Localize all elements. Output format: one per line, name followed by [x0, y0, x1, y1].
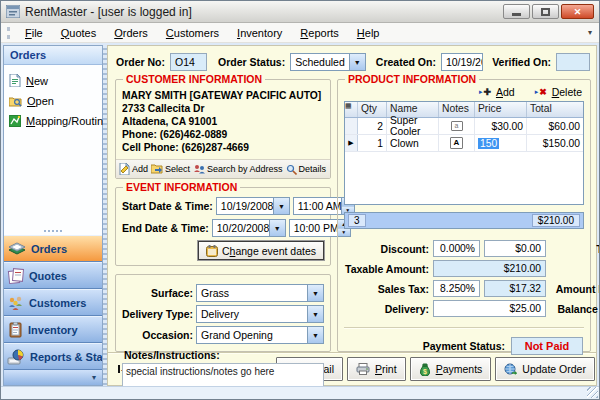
new-document-icon — [9, 74, 21, 87]
sales-tax-percent-field[interactable]: 8.250% — [433, 280, 480, 297]
payments-button[interactable]: $ Payments — [410, 357, 492, 381]
product-grid[interactable]: ▦ Qty Name Notes Price Total 2 Super Coo… — [344, 101, 584, 205]
delivery-type-select[interactable]: Delivery ▼ — [196, 305, 324, 323]
verified-on-label: Verified On: — [492, 56, 551, 68]
total-amount: $210.00 — [532, 214, 580, 227]
row-selector-header: ▦ — [345, 102, 358, 117]
product-add-button[interactable]: ▸✚ Add — [479, 86, 515, 98]
start-date-select[interactable]: 10/19/2008 ▼ — [216, 197, 290, 215]
add-plus-icon: ✚ — [483, 87, 491, 97]
product-delete-button[interactable]: ▸✖ Delete — [535, 86, 582, 98]
menu-reports[interactable]: Reports — [291, 25, 348, 41]
dropdown-arrow-icon[interactable]: ▼ — [273, 198, 289, 214]
customer-section-title: CUSTOMER INFORMATION — [123, 73, 265, 85]
verified-on-field[interactable] — [556, 53, 590, 71]
menu-customers[interactable]: Customers — [157, 25, 228, 41]
right-column: PRODUCT INFORMATION ▸✚ Add ▸✖ Delete — [337, 79, 591, 352]
notes-column-header[interactable]: Notes — [439, 102, 475, 117]
sidebar-item-mapping-routing[interactable]: Mapping/Routing — [9, 115, 97, 127]
minimize-button[interactable] — [503, 4, 530, 19]
menu-file[interactable]: File — [16, 25, 52, 41]
qty-column-header[interactable]: Qty — [358, 102, 387, 117]
customer-details-button[interactable]: Details — [286, 164, 327, 175]
total-column-header[interactable]: Total — [527, 102, 583, 117]
end-date-select[interactable]: 10/20/2008 ▼ — [212, 219, 286, 237]
product-information-section: PRODUCT INFORMATION ▸✚ Add ▸✖ Delete — [337, 79, 591, 352]
nav-button-inventory[interactable]: Inventory — [4, 316, 102, 343]
title-bar[interactable]: RentMaster - [user is logged in] ✕ — [1, 1, 599, 23]
delivery-field[interactable]: $25.00 — [433, 300, 546, 317]
customer-select-button[interactable]: Select — [151, 164, 190, 174]
total-label: Total: — [550, 243, 600, 255]
order-no-field[interactable]: O14 — [170, 53, 207, 71]
sidebar-nav-splitter[interactable] — [4, 227, 102, 235]
add-customer-icon — [119, 163, 130, 175]
occasion-select[interactable]: Grand Opening ▼ — [196, 326, 324, 344]
created-on-field[interactable]: 10/19/2008 — [441, 53, 483, 71]
update-order-button[interactable]: Update Order — [495, 357, 595, 381]
product-row[interactable]: 2 Super Cooler a $30.00 $60.00 — [345, 118, 583, 135]
sidebar-item-open[interactable]: Open — [9, 95, 97, 107]
update-globe-icon — [504, 363, 517, 376]
order-status-select[interactable]: Scheduled ▼ — [290, 53, 366, 71]
menu-quotes[interactable]: Quotes — [52, 25, 105, 41]
dropdown-arrow-icon[interactable]: ▼ — [349, 54, 365, 70]
reports-icon — [7, 349, 26, 365]
menu-bar: File Quotes Orders Customers Inventory R… — [1, 23, 599, 43]
delivery-label: Delivery: — [345, 303, 429, 315]
payment-status-label: Payment Status: — [423, 340, 505, 352]
dropdown-arrow-icon[interactable]: ▼ — [307, 306, 323, 322]
money-bag-icon: $ — [419, 363, 431, 376]
notes-button[interactable]: A — [450, 137, 463, 149]
left-column: CUSTOMER INFORMATION MARY SMITH [GATEWAY… — [115, 79, 331, 352]
print-button[interactable]: Print — [347, 357, 406, 381]
app-window: RentMaster - [user is logged in] ✕ File … — [0, 0, 600, 400]
customer-search-by-address-button[interactable]: Search by Address — [193, 164, 283, 175]
order-details-section: Surface: Grass ▼ Delivery Type: Delivery… — [115, 274, 331, 352]
sales-tax-amount-field: $17.32 — [484, 280, 546, 297]
taxable-amount-field: $210.00 — [433, 260, 546, 277]
nav-button-orders[interactable]: Orders — [4, 235, 102, 262]
resize-grip[interactable] — [587, 387, 598, 398]
nav-button-reports-statistics[interactable]: Reports & Stati... — [4, 343, 102, 370]
inventory-icon — [7, 322, 24, 338]
product-section-title: PRODUCT INFORMATION — [345, 73, 479, 85]
customer-address1: 2733 Callecita Dr — [122, 102, 324, 115]
maximize-button[interactable] — [532, 4, 559, 19]
discount-amount-field[interactable]: $0.00 — [484, 240, 546, 257]
dropdown-arrow-icon[interactable]: ▼ — [307, 285, 323, 301]
event-section-title: EVENT INFORMATION — [123, 181, 240, 193]
surface-select[interactable]: Grass ▼ — [196, 284, 324, 302]
close-button[interactable]: ✕ — [561, 4, 594, 19]
select-customer-icon — [151, 164, 163, 174]
discount-percent-field[interactable]: 0.000% — [433, 240, 480, 257]
search-by-address-icon — [193, 164, 205, 175]
menu-overflow-icon[interactable]: ▾ — [588, 28, 595, 37]
sidebar-item-new[interactable]: New — [9, 74, 97, 87]
delete-x-icon: ✖ — [539, 87, 547, 97]
nav-button-quotes[interactable]: Quotes — [4, 262, 102, 289]
amount-paid-label: Amount Paid: — [550, 283, 600, 295]
price-edit-cell[interactable]: 150 — [478, 138, 499, 149]
change-event-dates-button[interactable]: Change event dates — [198, 241, 324, 260]
dropdown-arrow-icon[interactable]: ▼ — [269, 220, 285, 236]
order-header-strip: Order No: O14 Order Status: Scheduled ▼ … — [108, 46, 596, 75]
menu-grip[interactable] — [7, 27, 10, 39]
totals-grid: Discount: 0.000% $0.00 Total: $252.32 Ta… — [344, 240, 584, 317]
menu-help[interactable]: Help — [348, 25, 389, 41]
menu-inventory[interactable]: Inventory — [228, 25, 291, 41]
menu-orders[interactable]: Orders — [105, 25, 157, 41]
price-column-header[interactable]: Price — [475, 102, 527, 117]
sidebar-actions: New Open Mapping/Routing — [4, 65, 102, 227]
nav-overflow-strip[interactable]: ▾ — [4, 370, 102, 385]
product-row-selected[interactable]: ▶ 1 Clown A 150 $150.00 — [345, 135, 583, 152]
taxable-amount-label: Taxable Amount: — [345, 263, 429, 275]
customer-add-button[interactable]: Add — [119, 163, 148, 175]
surface-label: Surface: — [122, 287, 193, 299]
delivery-type-label: Delivery Type: — [122, 308, 193, 320]
nav-button-customers[interactable]: Customers — [4, 289, 102, 316]
dropdown-arrow-icon[interactable]: ▼ — [307, 327, 323, 343]
sidebar-panel-title: Orders — [4, 46, 102, 65]
calendar-icon — [206, 245, 218, 257]
notes-button[interactable]: a — [451, 121, 463, 131]
